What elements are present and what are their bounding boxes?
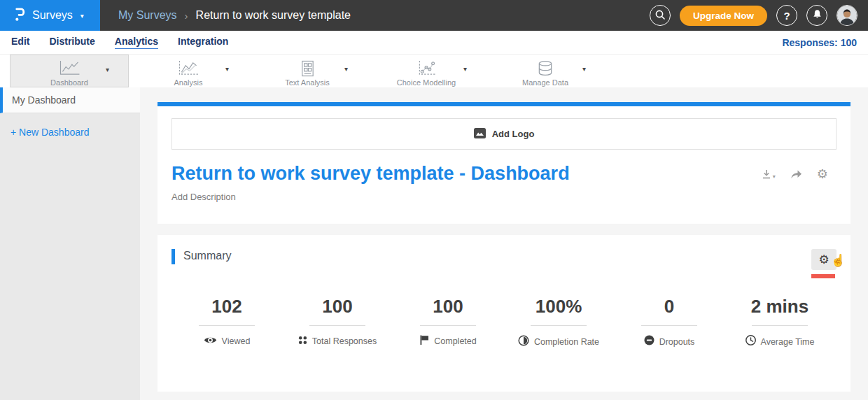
breadcrumb: My Surveys › Return to work survey templ… (118, 9, 351, 22)
add-logo-button[interactable]: Add Logo (172, 118, 836, 150)
stat-value: 2 mins (724, 296, 835, 317)
stat-divider (752, 325, 808, 326)
survey-menu-bar: Edit Distribute Analytics Integration Re… (0, 31, 868, 54)
stat-divider (531, 325, 587, 326)
stat-label: Completed (434, 336, 476, 346)
add-logo-label: Add Logo (492, 129, 535, 139)
title-actions: ▾ ⚙ (761, 168, 836, 180)
tab-analytics[interactable]: Analytics (115, 36, 158, 49)
share-button[interactable] (790, 169, 802, 180)
dashboard-header-card: Add Logo Return to work survey template … (158, 106, 850, 224)
stat-average-time: 2 mins Average Time (724, 296, 835, 349)
image-icon (474, 128, 486, 141)
highlight-underline (811, 274, 835, 278)
topbar: Surveys ▾ My Surveys › Return to work su… (0, 0, 868, 31)
stat-value: 100 (282, 296, 393, 317)
chevron-down-icon[interactable]: ▾ (225, 65, 229, 73)
tab-edit[interactable]: Edit (11, 36, 29, 49)
help-button[interactable]: ? (776, 5, 797, 26)
hand-cursor-icon: ☝ (831, 253, 846, 268)
stat-value: 100 (393, 296, 503, 317)
settings-gear-button[interactable]: ⚙ (817, 168, 828, 180)
stat-label: Completion Rate (534, 337, 599, 347)
stat-label: Dropouts (659, 337, 695, 347)
summary-accent-bar (172, 249, 175, 264)
analytics-toolbar: Dashboard ▾ Analysis ▾ Text Analysis ▾ C… (0, 54, 868, 87)
summary-stats-row: 102 Viewed 100 (172, 296, 836, 349)
eye-icon (204, 335, 217, 348)
toolbar-item-label: Dashboard (50, 78, 88, 87)
download-button[interactable]: ▾ (761, 169, 776, 180)
questionpro-logo-icon (14, 6, 26, 25)
stat-completion-rate: 100% Completion Rate (503, 296, 614, 349)
document-grid-icon (298, 59, 316, 78)
toolbar-item-dashboard[interactable]: Dashboard ▾ (10, 55, 129, 87)
toolbar-item-analysis[interactable]: Analysis ▾ (129, 55, 248, 87)
tab-integration[interactable]: Integration (178, 36, 228, 49)
sidebar-item-label: My Dashboard (12, 94, 76, 106)
stat-divider (199, 325, 255, 326)
breadcrumb-my-surveys[interactable]: My Surveys (118, 9, 177, 22)
dashboard-content: Add Logo Return to work survey template … (140, 87, 868, 400)
responses-count[interactable]: Responses: 100 (782, 37, 857, 48)
analysis-chart-icon (176, 59, 201, 78)
tab-distribute[interactable]: Distribute (49, 36, 94, 49)
stat-label: Viewed (222, 336, 251, 346)
chevron-down-icon: ▾ (80, 12, 84, 20)
clock-icon (746, 335, 756, 348)
toolbar-item-label: Manage Data (522, 78, 568, 87)
add-description-field[interactable]: Add Description (172, 192, 836, 202)
chevron-down-icon[interactable]: ▾ (463, 65, 467, 73)
chevron-down-icon: ▾ (773, 173, 776, 180)
chevron-down-icon[interactable]: ▾ (582, 65, 586, 73)
database-icon (536, 59, 554, 78)
summary-title: Summary (183, 250, 231, 262)
user-avatar[interactable] (836, 5, 858, 26)
dots-grid-icon (298, 335, 307, 348)
search-button[interactable] (650, 5, 671, 26)
toolbar-item-manage-data[interactable]: Manage Data ▾ (486, 55, 605, 87)
stat-label: Total Responses (312, 336, 377, 346)
gear-icon: ⚙ (818, 254, 829, 266)
product-switcher[interactable]: Surveys ▾ (0, 0, 100, 31)
stat-divider (420, 325, 476, 326)
topbar-actions: Upgrade Now ? (650, 5, 868, 26)
dashboard-sidebar: My Dashboard + New Dashboard (0, 87, 140, 400)
stat-divider (641, 325, 697, 326)
minus-circle-icon (644, 335, 654, 348)
stat-value: 0 (614, 296, 724, 317)
toolbar-item-label: Text Analysis (285, 78, 330, 87)
half-circle-icon (518, 335, 529, 349)
sidebar-item-my-dashboard[interactable]: My Dashboard (0, 87, 140, 113)
toolbar-item-text-analysis[interactable]: Text Analysis ▾ (248, 55, 367, 87)
toolbar-item-label: Analysis (174, 78, 203, 87)
question-mark-icon: ? (783, 10, 790, 22)
breadcrumb-survey-name: Return to work survey template (196, 9, 351, 22)
summary-settings-button[interactable]: ⚙ ☝ (811, 249, 836, 270)
toolbar-item-choice-modelling[interactable]: Choice Modelling ▾ (367, 55, 486, 87)
stat-dropouts: 0 Dropouts (614, 296, 724, 349)
search-icon (655, 10, 665, 22)
stat-value: 102 (172, 296, 282, 317)
bell-icon (812, 9, 822, 22)
chevron-down-icon[interactable]: ▾ (344, 65, 348, 73)
summary-widget: Summary ⚙ ☝ 102 (158, 235, 850, 392)
stat-total-responses: 100 Total Responses (282, 296, 393, 349)
stat-label: Average Time (761, 337, 815, 347)
line-chart-icon (57, 59, 82, 78)
flag-icon (419, 335, 429, 348)
product-name: Surveys (32, 9, 73, 22)
stat-completed: 100 Completed (393, 296, 503, 349)
new-dashboard-button[interactable]: + New Dashboard (10, 127, 140, 138)
breadcrumb-separator-icon: › (185, 10, 188, 22)
stat-divider (309, 325, 365, 326)
page-title[interactable]: Return to work survey template - Dashboa… (172, 163, 570, 185)
chevron-down-icon[interactable]: ▾ (106, 66, 109, 73)
upgrade-now-button[interactable]: Upgrade Now (680, 6, 767, 26)
stat-viewed: 102 Viewed (172, 296, 282, 349)
summary-settings: ⚙ ☝ (811, 249, 836, 278)
scatter-chart-icon (415, 59, 438, 78)
stat-value: 100% (503, 296, 614, 317)
notifications-button[interactable] (806, 5, 827, 26)
toolbar-item-label: Choice Modelling (397, 78, 456, 87)
